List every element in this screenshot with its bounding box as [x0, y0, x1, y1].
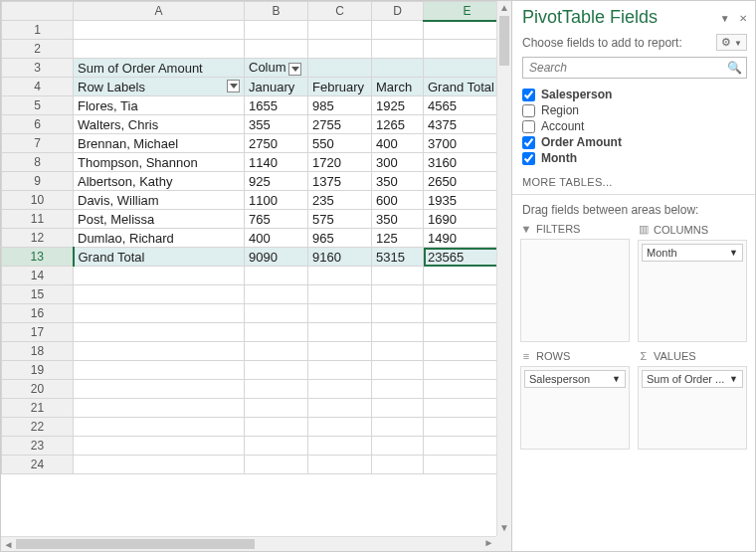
cell[interactable]	[372, 21, 424, 40]
row-header[interactable]: 24	[2, 456, 74, 474]
cell[interactable]	[74, 361, 245, 380]
pivot-value-cell[interactable]: 2755	[308, 115, 372, 134]
pivot-value-cell[interactable]: 400	[372, 134, 424, 153]
row-header[interactable]: 13	[2, 248, 74, 267]
row-header[interactable]: 5	[2, 96, 74, 115]
cell[interactable]	[245, 342, 308, 361]
cell[interactable]	[245, 285, 308, 304]
pivot-value-cell[interactable]: 350	[372, 172, 424, 191]
cell[interactable]	[245, 40, 308, 59]
field-checkbox[interactable]	[522, 120, 535, 133]
columns-area[interactable]: ▥COLUMNS Month▼	[638, 223, 747, 342]
search-input[interactable]	[527, 60, 727, 76]
row-header[interactable]: 17	[2, 323, 74, 342]
cell[interactable]	[308, 323, 372, 342]
pivot-value-cell[interactable]: 2750	[245, 134, 308, 153]
cell[interactable]	[74, 323, 245, 342]
pivot-value-cell[interactable]: 765	[245, 210, 308, 229]
pivot-row-labels-cell[interactable]: Row Labels	[74, 78, 245, 96]
pivot-value-cell[interactable]: 1140	[245, 153, 308, 172]
pane-dropdown-icon[interactable]: ▼	[720, 13, 730, 24]
row-header[interactable]: 2	[2, 40, 74, 59]
pivot-value-cell[interactable]: 300	[372, 153, 424, 172]
field-checkbox[interactable]	[522, 104, 535, 117]
pivot-row-label[interactable]: Post, Melissa	[74, 210, 245, 229]
pivot-value-cell[interactable]: 1265	[372, 115, 424, 134]
row-header[interactable]: 1	[2, 21, 74, 40]
spreadsheet-grid[interactable]: ABCDE123Sum of Order AmountColum4Row Lab…	[1, 1, 511, 474]
rows-well[interactable]: Salesperson▼	[520, 366, 630, 450]
filter-dropdown-icon[interactable]	[288, 63, 301, 76]
vertical-scrollbar[interactable]: ▲ ▼	[496, 1, 511, 536]
filters-well[interactable]	[520, 239, 630, 342]
row-header[interactable]: 14	[2, 267, 74, 285]
search-icon[interactable]: 🔍	[727, 61, 742, 75]
field-checkbox[interactable]	[522, 152, 535, 165]
values-well[interactable]: Sum of Order ...▼	[638, 366, 747, 450]
cell[interactable]	[74, 21, 245, 40]
cell[interactable]	[372, 437, 424, 456]
row-header[interactable]: 9	[2, 172, 74, 191]
more-tables-link[interactable]: MORE TABLES...	[512, 170, 755, 194]
pivot-value-cell[interactable]: 1925	[372, 96, 424, 115]
cell[interactable]	[245, 399, 308, 418]
cell[interactable]	[74, 267, 245, 285]
chevron-down-icon[interactable]: ▼	[612, 374, 621, 384]
cell[interactable]	[308, 21, 372, 40]
row-header[interactable]: 7	[2, 134, 74, 153]
pivot-row-label[interactable]: Thompson, Shannon	[74, 153, 245, 172]
pivot-value-cell[interactable]: 1655	[245, 96, 308, 115]
row-header[interactable]: 22	[2, 418, 74, 437]
pivot-row-label[interactable]: Dumlao, Richard	[74, 229, 245, 248]
area-chip[interactable]: Sum of Order ...▼	[642, 370, 743, 388]
cell[interactable]	[372, 59, 424, 78]
cell[interactable]	[245, 437, 308, 456]
cell[interactable]	[74, 399, 245, 418]
cell[interactable]	[372, 456, 424, 474]
cell[interactable]	[372, 380, 424, 399]
field-search-box[interactable]: 🔍	[522, 57, 747, 79]
row-header[interactable]: 3	[2, 59, 74, 78]
pivot-col-total[interactable]: 9160	[308, 248, 372, 267]
pivot-value-cell[interactable]: 355	[245, 115, 308, 134]
cell[interactable]	[245, 456, 308, 474]
cell[interactable]	[372, 418, 424, 437]
cell[interactable]	[245, 21, 308, 40]
filters-area[interactable]: ▼FILTERS	[520, 223, 630, 342]
row-header[interactable]: 21	[2, 399, 74, 418]
pivot-month-header[interactable]: January	[245, 78, 308, 96]
field-row[interactable]: Month	[522, 150, 745, 166]
column-header[interactable]: C	[308, 2, 372, 21]
row-header[interactable]: 12	[2, 229, 74, 248]
pivot-row-label[interactable]: Davis, William	[74, 191, 245, 210]
pivot-value-cell[interactable]: 1375	[308, 172, 372, 191]
row-header[interactable]: 15	[2, 285, 74, 304]
row-header[interactable]: 6	[2, 115, 74, 134]
cell[interactable]	[372, 399, 424, 418]
chevron-down-icon[interactable]: ▼	[729, 248, 738, 258]
pivot-grand-total-row-label[interactable]: Grand Total	[74, 248, 245, 267]
row-header[interactable]: 19	[2, 361, 74, 380]
cell[interactable]	[308, 399, 372, 418]
pivot-row-label[interactable]: Flores, Tia	[74, 96, 245, 115]
column-header[interactable]: D	[372, 2, 424, 21]
row-header[interactable]: 11	[2, 210, 74, 229]
pivot-row-label[interactable]: Walters, Chris	[74, 115, 245, 134]
cell[interactable]	[372, 285, 424, 304]
filter-dropdown-icon[interactable]	[227, 80, 240, 92]
pivot-value-cell[interactable]: 1100	[245, 191, 308, 210]
pivot-value-cell[interactable]: 575	[308, 210, 372, 229]
pivot-col-total[interactable]: 9090	[245, 248, 308, 267]
select-all-corner[interactable]	[2, 2, 74, 21]
field-checkbox[interactable]	[522, 136, 535, 149]
scroll-left-arrow[interactable]: ◄	[1, 539, 16, 550]
cell[interactable]	[245, 323, 308, 342]
cell[interactable]	[372, 361, 424, 380]
cell[interactable]	[372, 40, 424, 59]
field-row[interactable]: Salesperson	[522, 87, 745, 102]
chevron-down-icon[interactable]: ▼	[729, 374, 738, 384]
field-row[interactable]: Account	[522, 118, 745, 134]
cell[interactable]	[372, 267, 424, 285]
pivot-value-cell[interactable]: 125	[372, 229, 424, 248]
cell[interactable]	[372, 323, 424, 342]
